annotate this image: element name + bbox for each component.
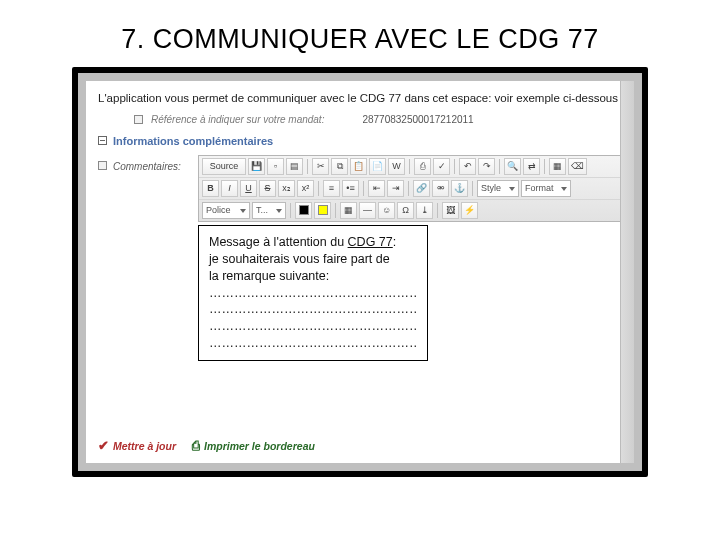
message-line1: Message à l'attention du CDG 77: xyxy=(209,234,417,251)
print-link[interactable]: ⎙ Imprimer le bordereau xyxy=(192,438,315,453)
copy-icon[interactable]: ⧉ xyxy=(331,158,348,175)
richtext-editor[interactable]: Source 💾 ▫ ▤ ✂ ⧉ 📋 📄 W ⎙ ✓ xyxy=(198,155,622,222)
update-label: Mettre à jour xyxy=(113,440,176,452)
separator xyxy=(408,181,409,196)
textcolor-icon[interactable] xyxy=(295,202,312,219)
comments-row: Commentaires: Source 💾 ▫ ▤ ✂ ⧉ 📋 📄 W xyxy=(98,155,622,222)
undo-icon[interactable]: ↶ xyxy=(459,158,476,175)
update-icon: ✔ xyxy=(98,438,109,453)
update-link[interactable]: ✔ Mettre à jour xyxy=(98,438,176,453)
message-overlay: Message à l'attention du CDG 77: je souh… xyxy=(198,225,428,361)
pagebreak-icon[interactable]: ⤓ xyxy=(416,202,433,219)
strike-icon[interactable]: S xyxy=(259,180,276,197)
editor-toolbar: Source 💾 ▫ ▤ ✂ ⧉ 📋 📄 W ⎙ ✓ xyxy=(198,155,622,222)
spell-icon[interactable]: ✓ xyxy=(433,158,450,175)
indent-icon[interactable]: ⇥ xyxy=(387,180,404,197)
selectall-icon[interactable]: ▦ xyxy=(549,158,566,175)
separator xyxy=(409,159,410,174)
paste-text-icon[interactable]: 📄 xyxy=(369,158,386,175)
table-icon[interactable]: ▦ xyxy=(340,202,357,219)
style-select[interactable]: Style xyxy=(477,180,519,197)
preview-icon[interactable]: ▤ xyxy=(286,158,303,175)
printer-icon: ⎙ xyxy=(192,438,200,453)
format-select[interactable]: Format xyxy=(521,180,571,197)
size-select[interactable]: T... xyxy=(252,202,286,219)
separator xyxy=(290,203,291,218)
separator xyxy=(454,159,455,174)
info-section-header[interactable]: Informations complémentaires xyxy=(98,135,622,147)
print-icon[interactable]: ⎙ xyxy=(414,158,431,175)
toolbar-row-1: Source 💾 ▫ ▤ ✂ ⧉ 📋 📄 W ⎙ ✓ xyxy=(199,156,621,178)
separator xyxy=(318,181,319,196)
italic-icon[interactable]: I xyxy=(221,180,238,197)
bgcolor-icon[interactable] xyxy=(314,202,331,219)
font-select[interactable]: Police xyxy=(202,202,250,219)
message-line2: je souhaiterais vous faire part de xyxy=(209,251,417,268)
comments-label: Commentaires: xyxy=(113,161,181,172)
save-icon[interactable]: 💾 xyxy=(248,158,265,175)
removefmt-icon[interactable]: ⌫ xyxy=(568,158,587,175)
anchor-icon[interactable]: ⚓ xyxy=(451,180,468,197)
print-label: Imprimer le bordereau xyxy=(204,440,315,452)
content-panel: L'application vous permet de communiquer… xyxy=(86,81,634,463)
flash-icon[interactable]: ⚡ xyxy=(461,202,478,219)
ol-icon[interactable]: ≡ xyxy=(323,180,340,197)
separator xyxy=(437,203,438,218)
new-icon[interactable]: ▫ xyxy=(267,158,284,175)
separator xyxy=(363,181,364,196)
separator xyxy=(472,181,473,196)
toolbar-row-3: Police T... ▦ — ☺ Ω ⤓ 🖼 ⚡ xyxy=(199,200,621,221)
separator xyxy=(544,159,545,174)
expand-icon xyxy=(134,115,143,124)
source-button[interactable]: Source xyxy=(202,158,246,175)
content-frame: L'application vous permet de communiquer… xyxy=(72,67,648,477)
comments-label-col: Commentaires: xyxy=(98,155,188,222)
toolbar-row-2: B I U S x₂ x² ≡ •≡ ⇤ ⇥ 🔗 ⚮ xyxy=(199,178,621,200)
paste-icon[interactable]: 📋 xyxy=(350,158,367,175)
message-dots: ……………………………………………………….. xyxy=(209,335,417,352)
message-line3: la remarque suivante: xyxy=(209,268,417,285)
paste-word-icon[interactable]: W xyxy=(388,158,405,175)
action-bar: ✔ Mettre à jour ⎙ Imprimer le bordereau xyxy=(98,438,315,453)
separator xyxy=(499,159,500,174)
find-icon[interactable]: 🔍 xyxy=(504,158,521,175)
specialchar-icon[interactable]: Ω xyxy=(397,202,414,219)
scrollbar[interactable] xyxy=(620,81,634,463)
underline-icon[interactable]: U xyxy=(240,180,257,197)
expand-icon xyxy=(98,161,107,170)
reference-row: Référence à indiquer sur votre mandat: 2… xyxy=(134,114,622,125)
separator xyxy=(307,159,308,174)
replace-icon[interactable]: ⇄ xyxy=(523,158,540,175)
redo-icon[interactable]: ↷ xyxy=(478,158,495,175)
ul-icon[interactable]: •≡ xyxy=(342,180,359,197)
outdent-icon[interactable]: ⇤ xyxy=(368,180,385,197)
separator xyxy=(335,203,336,218)
link-icon[interactable]: 🔗 xyxy=(413,180,430,197)
sub-icon[interactable]: x₂ xyxy=(278,180,295,197)
message-dots: ……………………………………………………… xyxy=(209,285,417,302)
intro-text: L'application vous permet de communiquer… xyxy=(98,91,622,106)
reference-value: 28770832500017212011 xyxy=(362,114,473,125)
image-icon[interactable]: 🖼 xyxy=(442,202,459,219)
unlink-icon[interactable]: ⚮ xyxy=(432,180,449,197)
message-dots: ……………………………………………………… xyxy=(209,318,417,335)
slide-title: 7. COMMUNIQUER AVEC LE CDG 77 xyxy=(0,0,720,67)
cut-icon[interactable]: ✂ xyxy=(312,158,329,175)
smiley-icon[interactable]: ☺ xyxy=(378,202,395,219)
info-section-label: Informations complémentaires xyxy=(113,135,273,147)
message-dots: ……………………………………………………… xyxy=(209,301,417,318)
sup-icon[interactable]: x² xyxy=(297,180,314,197)
hr-icon[interactable]: — xyxy=(359,202,376,219)
reference-label: Référence à indiquer sur votre mandat: xyxy=(151,114,324,125)
collapse-icon[interactable] xyxy=(98,136,107,145)
bold-icon[interactable]: B xyxy=(202,180,219,197)
